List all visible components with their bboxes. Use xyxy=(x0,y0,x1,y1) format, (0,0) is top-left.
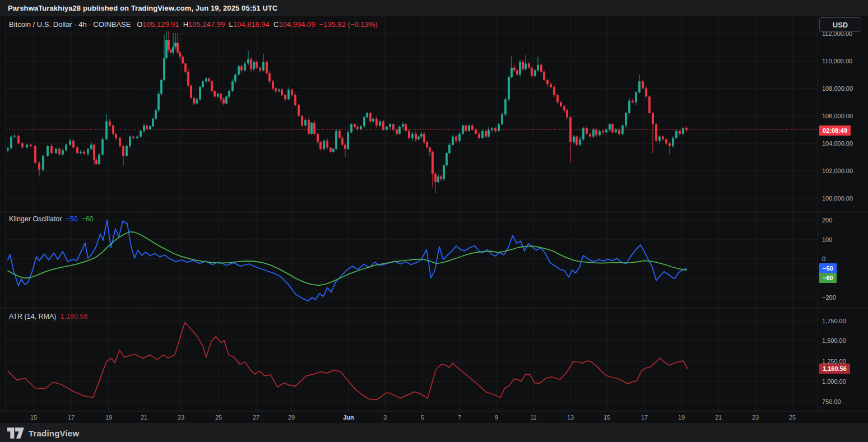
ohlc-high-value: 105,247.99 xyxy=(188,20,225,29)
price-axis-label: 104,000.00 xyxy=(822,140,853,147)
time-tick-label: Jun xyxy=(343,414,354,421)
time-tick-label: 15 xyxy=(604,414,610,421)
atr-axis-label: 1,750.00 xyxy=(822,318,846,324)
klinger-legend: Klinger Oscillator −50 −60 xyxy=(9,215,94,223)
price-axis-label: 102,000.00 xyxy=(822,168,853,174)
atr-title[interactable]: ATR (14, RMA) xyxy=(9,313,57,320)
atr-axis-label: 1,000.00 xyxy=(822,378,846,385)
atr-legend: ATR (14, RMA) 1,160.56 xyxy=(9,313,87,320)
time-tick-label: 19 xyxy=(678,414,685,421)
symbol-title[interactable]: Bitcoin / U.S. Dollar · 4h · COINBASE xyxy=(9,20,131,29)
ohlc-close-value: 104,994.09 xyxy=(278,20,315,29)
time-tick-label: 21 xyxy=(715,414,722,421)
ohlc-close-label: C xyxy=(273,20,278,29)
footer-bar: TradingView xyxy=(0,424,868,442)
atr-value-badge: 1,160.56 xyxy=(819,364,850,374)
klinger-title[interactable]: Klinger Oscillator xyxy=(9,215,62,223)
ohlc-open-value: 105,129.91 xyxy=(142,20,179,29)
tradingview-wordmark[interactable]: TradingView xyxy=(29,429,79,438)
time-tick-label: 25 xyxy=(789,414,796,421)
currency-toggle-button[interactable]: USD xyxy=(819,17,861,32)
atr-value: 1,160.56 xyxy=(60,313,87,320)
symbol-legend: Bitcoin / U.S. Dollar · 4h · COINBASE O1… xyxy=(9,20,378,29)
chart-canvas[interactable] xyxy=(0,0,868,442)
time-tick-label: 3 xyxy=(383,414,387,421)
time-tick-label: 27 xyxy=(253,414,259,421)
klinger-ko-badge: −50 xyxy=(819,263,837,273)
change-value: −135.82 (−0.13%) xyxy=(319,20,378,29)
klinger-ko-value: −50 xyxy=(66,215,77,223)
time-tick-label: 7 xyxy=(458,414,461,421)
ohlc-open-label: O xyxy=(137,20,142,29)
time-tick-label: 21 xyxy=(141,414,147,421)
price-axis[interactable] xyxy=(818,16,868,411)
klinger-axis-label: 100 xyxy=(822,236,832,243)
klinger-axis-label: 200 xyxy=(822,217,832,224)
tradingview-logo-icon[interactable] xyxy=(7,427,24,439)
time-tick-label: 5 xyxy=(421,414,424,421)
bar-countdown-badge: 02:08:49 xyxy=(819,125,851,136)
price-axis-label: 106,000.00 xyxy=(822,113,853,119)
time-tick-label: 15 xyxy=(30,414,37,421)
tradingview-snapshot: ParshwaTurakhiya28 published on TradingV… xyxy=(0,0,868,442)
time-tick-label: 13 xyxy=(567,414,574,421)
ohlc-low-label: L xyxy=(229,20,233,29)
klinger-axis-label: −200 xyxy=(822,294,836,301)
klinger-axis-label: 0 xyxy=(822,255,825,262)
time-tick-label: 17 xyxy=(641,414,648,421)
klinger-signal-value: −60 xyxy=(82,215,94,223)
price-axis-label: 108,000.00 xyxy=(822,85,853,92)
price-axis-label: 100,000.00 xyxy=(822,195,853,202)
atr-axis-label: 750.00 xyxy=(822,398,841,405)
time-tick-label: 25 xyxy=(215,414,222,421)
atr-axis-label: 1,500.00 xyxy=(822,337,846,344)
time-tick-label: 29 xyxy=(288,414,295,421)
time-axis[interactable] xyxy=(6,411,818,424)
ohlc-low-value: 104,816.94 xyxy=(233,20,270,29)
time-tick-label: 19 xyxy=(105,414,112,421)
time-tick-label: 9 xyxy=(495,414,498,421)
time-tick-label: 23 xyxy=(178,414,184,421)
time-tick-label: 11 xyxy=(530,414,536,421)
price-axis-label: 110,000.00 xyxy=(822,58,852,64)
klinger-signal-badge: −60 xyxy=(819,273,837,283)
time-tick-label: 17 xyxy=(68,414,75,421)
time-tick-label: 23 xyxy=(752,414,759,421)
ohlc-high-label: H xyxy=(183,20,188,29)
